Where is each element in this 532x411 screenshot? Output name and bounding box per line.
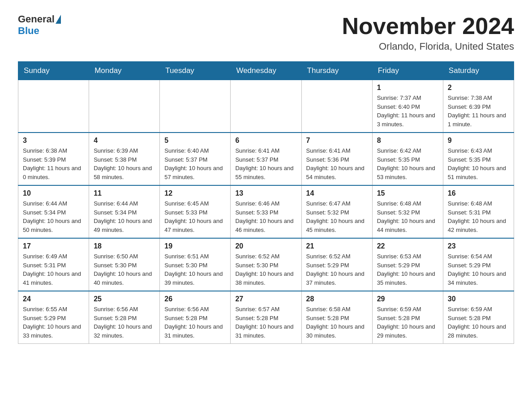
calendar-cell: 23Sunrise: 6:54 AM Sunset: 5:29 PM Dayli…	[443, 238, 514, 291]
logo-triangle-icon	[56, 15, 61, 24]
day-info: Sunrise: 7:38 AM Sunset: 6:39 PM Dayligh…	[448, 94, 509, 128]
day-number: 19	[164, 242, 226, 250]
day-info: Sunrise: 6:42 AM Sunset: 5:35 PM Dayligh…	[377, 146, 438, 181]
calendar-cell	[301, 80, 372, 133]
calendar-header-sunday: Sunday	[18, 62, 89, 80]
calendar-cell: 1Sunrise: 7:37 AM Sunset: 6:40 PM Daylig…	[372, 80, 443, 133]
day-number: 23	[448, 242, 509, 250]
day-number: 7	[306, 137, 368, 145]
calendar-cell: 16Sunrise: 6:48 AM Sunset: 5:31 PM Dayli…	[443, 185, 514, 238]
day-info: Sunrise: 6:40 AM Sunset: 5:37 PM Dayligh…	[164, 146, 226, 181]
day-number: 8	[377, 137, 438, 145]
day-number: 1	[377, 84, 438, 92]
day-number: 30	[448, 295, 509, 303]
logo: General Blue	[18, 13, 62, 37]
day-info: Sunrise: 6:54 AM Sunset: 5:29 PM Dayligh…	[448, 252, 509, 287]
calendar-cell: 3Sunrise: 6:38 AM Sunset: 5:39 PM Daylig…	[18, 133, 89, 185]
calendar-header-monday: Monday	[89, 62, 160, 80]
day-number: 21	[306, 242, 368, 250]
calendar-cell: 30Sunrise: 6:59 AM Sunset: 5:28 PM Dayli…	[443, 291, 514, 344]
day-info: Sunrise: 6:57 AM Sunset: 5:28 PM Dayligh…	[235, 305, 296, 340]
day-number: 4	[94, 137, 155, 145]
day-info: Sunrise: 6:59 AM Sunset: 5:28 PM Dayligh…	[377, 305, 438, 340]
calendar-cell: 11Sunrise: 6:44 AM Sunset: 5:34 PM Dayli…	[89, 185, 160, 238]
day-info: Sunrise: 6:58 AM Sunset: 5:28 PM Dayligh…	[306, 305, 368, 340]
calendar-cell: 20Sunrise: 6:52 AM Sunset: 5:30 PM Dayli…	[231, 238, 301, 291]
day-number: 3	[23, 137, 84, 145]
calendar-cell: 9Sunrise: 6:43 AM Sunset: 5:35 PM Daylig…	[443, 133, 514, 185]
day-number: 25	[94, 295, 155, 303]
day-number: 5	[164, 137, 226, 145]
day-info: Sunrise: 6:47 AM Sunset: 5:32 PM Dayligh…	[306, 199, 368, 234]
day-number: 12	[164, 189, 226, 197]
day-number: 29	[377, 295, 438, 303]
day-info: Sunrise: 6:53 AM Sunset: 5:29 PM Dayligh…	[377, 252, 438, 287]
calendar-cell: 19Sunrise: 6:51 AM Sunset: 5:30 PM Dayli…	[160, 238, 231, 291]
day-number: 11	[94, 189, 155, 197]
day-info: Sunrise: 6:51 AM Sunset: 5:30 PM Dayligh…	[164, 252, 226, 287]
page-header: General Blue November 2024 Orlando, Flor…	[18, 13, 514, 52]
calendar-week-row: 17Sunrise: 6:49 AM Sunset: 5:31 PM Dayli…	[18, 238, 514, 291]
calendar-cell: 13Sunrise: 6:46 AM Sunset: 5:33 PM Dayli…	[231, 185, 301, 238]
calendar-week-row: 1Sunrise: 7:37 AM Sunset: 6:40 PM Daylig…	[18, 80, 514, 133]
day-number: 28	[306, 295, 368, 303]
day-number: 15	[377, 189, 438, 197]
calendar-cell: 26Sunrise: 6:56 AM Sunset: 5:28 PM Dayli…	[160, 291, 231, 344]
calendar-cell: 7Sunrise: 6:41 AM Sunset: 5:36 PM Daylig…	[301, 133, 372, 185]
calendar-cell: 25Sunrise: 6:56 AM Sunset: 5:28 PM Dayli…	[89, 291, 160, 344]
day-number: 9	[448, 137, 509, 145]
calendar-cell: 4Sunrise: 6:39 AM Sunset: 5:38 PM Daylig…	[89, 133, 160, 185]
day-info: Sunrise: 6:56 AM Sunset: 5:28 PM Dayligh…	[94, 305, 155, 340]
day-info: Sunrise: 6:50 AM Sunset: 5:30 PM Dayligh…	[94, 252, 155, 287]
day-info: Sunrise: 6:56 AM Sunset: 5:28 PM Dayligh…	[164, 305, 226, 340]
calendar-cell	[18, 80, 89, 133]
calendar-cell	[160, 80, 231, 133]
calendar-header-saturday: Saturday	[443, 62, 514, 80]
calendar-cell: 22Sunrise: 6:53 AM Sunset: 5:29 PM Dayli…	[372, 238, 443, 291]
calendar-cell: 2Sunrise: 7:38 AM Sunset: 6:39 PM Daylig…	[443, 80, 514, 133]
calendar-cell: 21Sunrise: 6:52 AM Sunset: 5:29 PM Dayli…	[301, 238, 372, 291]
calendar-header-wednesday: Wednesday	[231, 62, 301, 80]
day-number: 10	[23, 189, 84, 197]
calendar-cell: 8Sunrise: 6:42 AM Sunset: 5:35 PM Daylig…	[372, 133, 443, 185]
day-info: Sunrise: 6:45 AM Sunset: 5:33 PM Dayligh…	[164, 199, 226, 234]
day-number: 22	[377, 242, 438, 250]
day-info: Sunrise: 7:37 AM Sunset: 6:40 PM Dayligh…	[377, 94, 438, 128]
calendar-cell	[89, 80, 160, 133]
day-info: Sunrise: 6:59 AM Sunset: 5:28 PM Dayligh…	[448, 305, 509, 340]
calendar-header-thursday: Thursday	[301, 62, 372, 80]
day-info: Sunrise: 6:52 AM Sunset: 5:30 PM Dayligh…	[235, 252, 296, 287]
day-info: Sunrise: 6:44 AM Sunset: 5:34 PM Dayligh…	[23, 199, 84, 234]
day-info: Sunrise: 6:38 AM Sunset: 5:39 PM Dayligh…	[23, 146, 84, 181]
logo-blue-text: Blue	[18, 25, 39, 37]
title-area: November 2024 Orlando, Florida, United S…	[342, 13, 514, 52]
day-info: Sunrise: 6:39 AM Sunset: 5:38 PM Dayligh…	[94, 146, 155, 181]
calendar-cell: 29Sunrise: 6:59 AM Sunset: 5:28 PM Dayli…	[372, 291, 443, 344]
calendar-cell: 28Sunrise: 6:58 AM Sunset: 5:28 PM Dayli…	[301, 291, 372, 344]
day-info: Sunrise: 6:41 AM Sunset: 5:36 PM Dayligh…	[306, 146, 368, 181]
calendar-week-row: 24Sunrise: 6:55 AM Sunset: 5:29 PM Dayli…	[18, 291, 514, 344]
day-number: 13	[235, 189, 296, 197]
month-title: November 2024	[342, 13, 514, 39]
calendar-cell: 6Sunrise: 6:41 AM Sunset: 5:37 PM Daylig…	[231, 133, 301, 185]
day-number: 17	[23, 242, 84, 250]
calendar-header-friday: Friday	[372, 62, 443, 80]
calendar-cell: 18Sunrise: 6:50 AM Sunset: 5:30 PM Dayli…	[89, 238, 160, 291]
day-number: 18	[94, 242, 155, 250]
location-text: Orlando, Florida, United States	[342, 41, 514, 52]
day-number: 16	[448, 189, 509, 197]
day-number: 20	[235, 242, 296, 250]
calendar-week-row: 10Sunrise: 6:44 AM Sunset: 5:34 PM Dayli…	[18, 185, 514, 238]
calendar-cell: 27Sunrise: 6:57 AM Sunset: 5:28 PM Dayli…	[231, 291, 301, 344]
day-info: Sunrise: 6:41 AM Sunset: 5:37 PM Dayligh…	[235, 146, 296, 181]
calendar-cell: 10Sunrise: 6:44 AM Sunset: 5:34 PM Dayli…	[18, 185, 89, 238]
day-info: Sunrise: 6:52 AM Sunset: 5:29 PM Dayligh…	[306, 252, 368, 287]
day-info: Sunrise: 6:44 AM Sunset: 5:34 PM Dayligh…	[94, 199, 155, 234]
day-number: 27	[235, 295, 296, 303]
logo-general-text: General	[18, 13, 55, 25]
calendar-cell: 5Sunrise: 6:40 AM Sunset: 5:37 PM Daylig…	[160, 133, 231, 185]
calendar-cell: 17Sunrise: 6:49 AM Sunset: 5:31 PM Dayli…	[18, 238, 89, 291]
day-number: 14	[306, 189, 368, 197]
day-number: 26	[164, 295, 226, 303]
calendar-cell: 14Sunrise: 6:47 AM Sunset: 5:32 PM Dayli…	[301, 185, 372, 238]
